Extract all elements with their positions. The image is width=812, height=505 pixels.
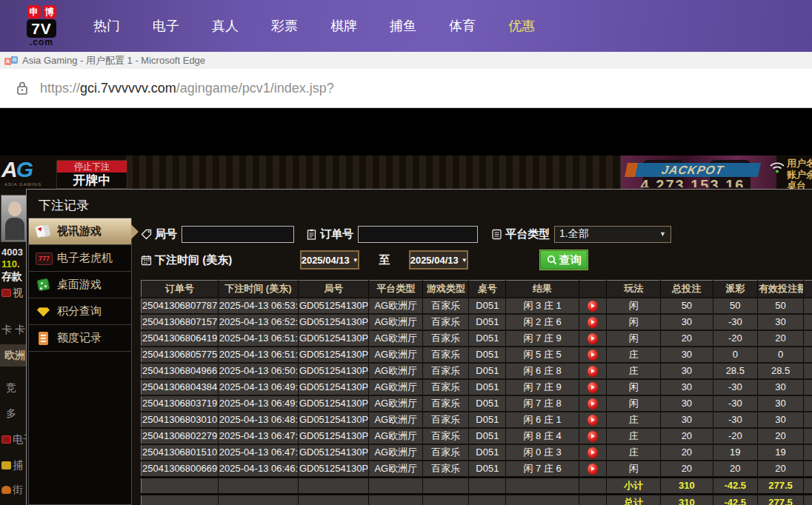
play-icon[interactable] xyxy=(588,317,598,328)
cell-bet-time: 2025-04-13 06:52:32 xyxy=(218,314,298,330)
site-logo[interactable]: 申 博 7V .com xyxy=(21,5,62,47)
logo-suffix: .com xyxy=(30,38,53,47)
cell-platform: AG欧洲厅 xyxy=(369,363,423,379)
play-icon[interactable] xyxy=(588,431,598,442)
play-icon[interactable] xyxy=(588,382,598,393)
url-host: gci.7vvvvvv.com xyxy=(80,81,176,96)
modal-sidebar-item-2[interactable]: 桌面游戏 xyxy=(29,272,131,298)
cell-platform: AG欧洲厅 xyxy=(369,428,423,444)
date-to-caret-icon: ▼ xyxy=(462,257,467,264)
grandtotal-row: 总计310-42.5277.5 xyxy=(142,494,812,505)
cell-valid-bet: 30 xyxy=(757,412,803,428)
avatar xyxy=(1,195,26,242)
cell-payout: -30 xyxy=(713,395,757,412)
table-row: 2504130680371992025-04-13 06:49:08GD0512… xyxy=(142,395,812,412)
jackpot-amount: 4,273,153.16 xyxy=(626,177,759,187)
header-play-icon-cell xyxy=(579,281,606,298)
cell-play: 庄 xyxy=(607,347,661,363)
cell-play: 闲 xyxy=(607,314,661,330)
wifi-icon xyxy=(769,160,785,175)
lobby-item-video[interactable]: 视 xyxy=(1,287,23,300)
cell-status: 已派彩 xyxy=(804,347,812,363)
cell-bet-time: 2025-04-13 06:51:07 xyxy=(218,347,298,363)
play-icon[interactable] xyxy=(588,350,598,361)
nav-item-1[interactable]: 电子 xyxy=(153,17,179,35)
lobby-item-jing[interactable]: 竞 xyxy=(6,381,16,395)
date-from-picker[interactable]: 2025/04/13 ▼ xyxy=(300,250,359,270)
deposit-button[interactable]: 存款 xyxy=(1,270,22,284)
lobby-item-duo[interactable]: 多 xyxy=(6,407,16,421)
lobby-item-fishing[interactable]: 捕 xyxy=(1,459,23,472)
cell-valid-bet: 28.5 xyxy=(757,363,803,379)
table-row: 2504130680438472025-04-13 06:49:44GD0512… xyxy=(142,379,812,395)
platform-select[interactable]: 1.全部 ▼ xyxy=(554,226,671,243)
cell-play-icon-cell xyxy=(579,379,606,395)
cell-bet-time: 2025-04-13 06:47:47 xyxy=(218,428,298,444)
cell-game-type: 百家乐 xyxy=(423,363,469,379)
play-icon[interactable] xyxy=(588,447,598,458)
address-bar[interactable]: https://gci.7vvvvvv.com/agingame/pcv1/in… xyxy=(0,69,812,108)
nav-item-3[interactable]: 彩票 xyxy=(271,17,298,35)
filter-row-2: 下注时间 (美东) 2025/04/13 ▼ 至 2025/04/13 ▼ 查询 xyxy=(141,250,812,270)
play-icon[interactable] xyxy=(588,333,598,344)
nav-item-6[interactable]: 体育 xyxy=(449,17,476,35)
cell-table-no: D051 xyxy=(469,444,506,461)
cell-play-icon-cell xyxy=(579,395,606,412)
cell-result: 闲 6 庄 8 xyxy=(506,363,579,379)
lobby-item-slots[interactable]: 电子 xyxy=(1,433,26,447)
cell-round-id: GD051254130PH xyxy=(298,395,369,412)
account-labels: 用户名 账户余 桌台 xyxy=(787,158,812,189)
cell-payout: -30 xyxy=(713,379,757,395)
tag-icon xyxy=(141,229,152,240)
balance-credit: 110. xyxy=(1,258,20,270)
cell-order-id: 250413068071577 xyxy=(142,314,219,330)
play-icon[interactable] xyxy=(588,415,598,426)
lobby-item-kaka[interactable]: 卡卡 xyxy=(1,324,26,337)
document-icon xyxy=(36,331,52,346)
lobby-item-europe[interactable]: 欧洲 xyxy=(0,344,26,367)
nav-item-2[interactable]: 真人 xyxy=(212,17,239,35)
cell-total-bet: 20 xyxy=(661,444,713,461)
nav-item-0[interactable]: 热门 xyxy=(93,17,120,35)
background-stripes xyxy=(126,155,622,189)
url-scheme: https:// xyxy=(40,81,80,96)
grandtotal-status xyxy=(804,494,812,505)
modal-sidebar-item-0[interactable]: 视讯游戏 xyxy=(29,218,131,245)
search-button[interactable]: 查询 xyxy=(539,250,588,270)
cell-status: 已派彩 xyxy=(804,298,812,314)
play-icon[interactable] xyxy=(588,398,598,409)
cell-platform: AG欧洲厅 xyxy=(369,412,423,428)
nav-item-5[interactable]: 捕鱼 xyxy=(390,17,416,35)
subtotal-play-icon-cell xyxy=(579,477,606,494)
cell-order-id: 250413068043847 xyxy=(142,379,219,395)
cell-table-no: D051 xyxy=(469,314,506,330)
table-row: 2504130680778782025-04-13 06:53:10GD0512… xyxy=(142,298,812,314)
play-icon[interactable] xyxy=(588,464,598,475)
modal-sidebar-item-1[interactable]: 电子老虎机 xyxy=(29,245,131,272)
cell-round-id: GD051254130PL xyxy=(298,330,369,347)
date-to-picker[interactable]: 2025/04/13 ▼ xyxy=(409,250,468,270)
modal-sidebar-item-label: 桌面游戏 xyxy=(57,278,102,292)
modal-sidebar-item-3[interactable]: 积分查询 xyxy=(29,298,131,325)
round-label: 局号 xyxy=(141,227,177,241)
cell-play-icon-cell xyxy=(579,461,606,478)
nav-item-4[interactable]: 棋牌 xyxy=(330,17,357,35)
cell-platform: AG欧洲厅 xyxy=(369,395,423,412)
modal-sidebar-item-4[interactable]: 额度记录 xyxy=(29,325,131,352)
window-title: Asia Gaming - 用户配置 1 - Microsoft Edge xyxy=(22,54,205,67)
round-input[interactable] xyxy=(182,226,294,243)
label-username: 用户名 xyxy=(787,158,812,169)
cell-valid-bet: 30 xyxy=(757,379,803,395)
play-icon[interactable] xyxy=(588,366,598,377)
cell-game-type: 百家乐 xyxy=(423,298,469,314)
subtotal-order-id xyxy=(142,477,219,494)
subtotal-platform xyxy=(369,477,423,494)
order-input[interactable] xyxy=(358,226,478,243)
nav-item-7[interactable]: 优惠 xyxy=(508,17,535,35)
play-icon[interactable] xyxy=(588,301,598,312)
subtotal-bet-time xyxy=(218,477,298,494)
lobby-item-arcade[interactable]: 街 xyxy=(1,484,23,497)
cell-status: 已派彩 xyxy=(804,395,812,412)
url-text[interactable]: https://gci.7vvvvvv.com/agingame/pcv1/in… xyxy=(40,81,334,96)
header-table-no: 桌号 xyxy=(469,281,506,298)
